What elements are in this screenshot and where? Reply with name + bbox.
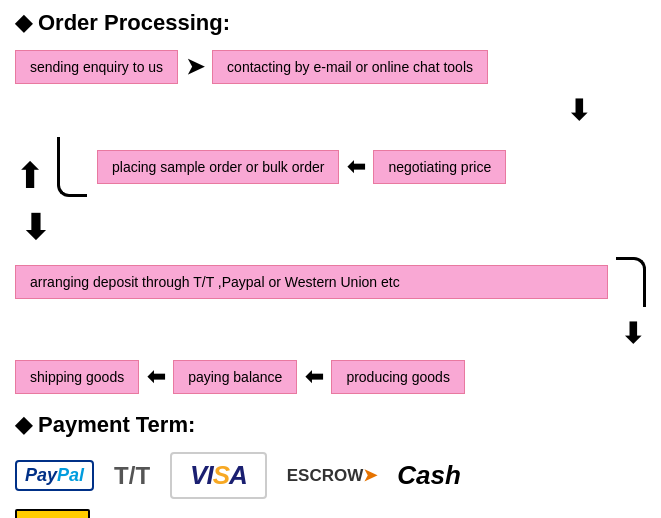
- flow-row-1: sending enquiry to us ➤ contacting by e-…: [15, 50, 646, 84]
- visa-logo: VISA: [170, 452, 267, 499]
- tt-logo: T/T: [114, 462, 150, 490]
- flow-row-2: ⬆ placing sample order or bulk order ⬅ n…: [15, 137, 646, 197]
- curved-arrow-left: ⬆: [15, 137, 45, 197]
- step4-box: placing sample order or bulk order: [97, 150, 339, 184]
- arrow-right-1: ➤: [186, 54, 204, 80]
- curve-right-down: [616, 257, 646, 307]
- step7-box: paying balance: [173, 360, 297, 394]
- payment-row-2: WESTERNUNION | L/C MoneyGram. 🌹: [15, 509, 646, 518]
- step5-box: arranging deposit through T/T ,Paypal or…: [15, 265, 608, 299]
- paypal-logo: PayPal: [15, 460, 94, 491]
- step2-box: contacting by e-mail or online chat tool…: [212, 50, 488, 84]
- curve-connector: [57, 137, 87, 197]
- step8-box: shipping goods: [15, 360, 139, 394]
- flow-row-3: arranging deposit through T/T ,Paypal or…: [15, 257, 646, 307]
- arrow-left-1: ⬅: [347, 154, 365, 180]
- diamond-icon: ◆: [15, 10, 32, 36]
- flow-row-4: shipping goods ⬅ paying balance ⬅ produc…: [15, 360, 646, 394]
- arrow-left-2: ⬅: [147, 364, 165, 390]
- step3-box: negotiating price: [373, 150, 506, 184]
- diamond-icon-2: ◆: [15, 412, 32, 438]
- arrow-down-left: ⬇: [15, 207, 646, 247]
- payment-title: ◆ Payment Term:: [15, 412, 646, 438]
- escrow-logo: ESCROW➤: [287, 465, 378, 486]
- step1-box: sending enquiry to us: [15, 50, 178, 84]
- order-processing-section: ◆ Order Processing: sending enquiry to u…: [15, 10, 646, 518]
- arrow-down-right-2: ⬇: [15, 317, 646, 350]
- payment-logos: PayPal T/T VISA: [15, 452, 646, 518]
- cash-logo: Cash: [397, 460, 461, 491]
- arrow-down-right-1: ⬇: [15, 94, 646, 127]
- payment-section: ◆ Payment Term: PayPal T/T: [15, 412, 646, 518]
- flow-diagram: sending enquiry to us ➤ contacting by e-…: [15, 50, 646, 394]
- payment-row-1: PayPal T/T VISA: [15, 452, 646, 499]
- western-union-logo: WESTERNUNION |: [15, 509, 90, 518]
- step6-box: producing goods: [331, 360, 465, 394]
- order-processing-title: ◆ Order Processing:: [15, 10, 646, 36]
- arrow-left-3: ⬅: [305, 364, 323, 390]
- curve-shape-right: [616, 257, 646, 307]
